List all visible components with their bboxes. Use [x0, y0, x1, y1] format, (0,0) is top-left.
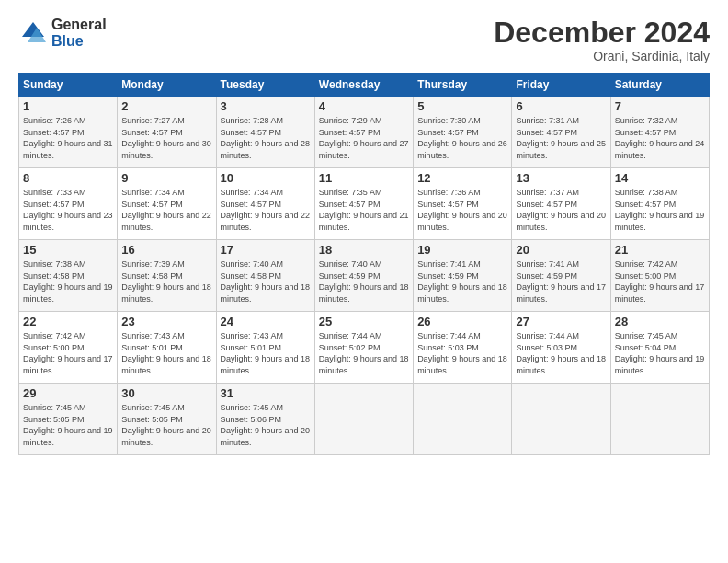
calendar-cell: 13Sunrise: 7:37 AMSunset: 4:57 PMDayligh… [512, 168, 610, 240]
calendar-cell: 23Sunrise: 7:43 AMSunset: 5:01 PMDayligh… [118, 312, 216, 384]
calendar-week-2: 8Sunrise: 7:33 AMSunset: 4:57 PMDaylight… [19, 168, 710, 240]
calendar-cell: 31Sunrise: 7:45 AMSunset: 5:06 PMDayligh… [216, 384, 314, 455]
calendar-cell [512, 384, 610, 455]
calendar-cell: 9Sunrise: 7:34 AMSunset: 4:57 PMDaylight… [118, 168, 216, 240]
logo-general-text: General [51, 17, 107, 33]
header: General Blue December 2024 Orani, Sardin… [18, 17, 710, 63]
calendar-cell: 22Sunrise: 7:42 AMSunset: 5:00 PMDayligh… [19, 312, 118, 384]
calendar-week-1: 1Sunrise: 7:26 AMSunset: 4:57 PMDaylight… [19, 97, 710, 168]
calendar-cell: 1Sunrise: 7:26 AMSunset: 4:57 PMDaylight… [19, 97, 118, 168]
month-title: December 2024 [494, 17, 710, 49]
calendar-cell: 30Sunrise: 7:45 AMSunset: 5:05 PMDayligh… [118, 384, 216, 455]
calendar-cell: 25Sunrise: 7:44 AMSunset: 5:02 PMDayligh… [314, 312, 413, 384]
calendar-cell: 29Sunrise: 7:45 AMSunset: 5:05 PMDayligh… [19, 384, 118, 455]
calendar-cell: 15Sunrise: 7:38 AMSunset: 4:58 PMDayligh… [19, 240, 118, 312]
calendar-cell: 12Sunrise: 7:36 AMSunset: 4:57 PMDayligh… [414, 168, 512, 240]
calendar-cell: 27Sunrise: 7:44 AMSunset: 5:03 PMDayligh… [512, 312, 610, 384]
calendar-cell [414, 384, 512, 455]
calendar-week-5: 29Sunrise: 7:45 AMSunset: 5:05 PMDayligh… [19, 384, 710, 455]
calendar-cell: 11Sunrise: 7:35 AMSunset: 4:57 PMDayligh… [314, 168, 413, 240]
calendar-cell: 20Sunrise: 7:41 AMSunset: 4:59 PMDayligh… [512, 240, 610, 312]
calendar-cell: 16Sunrise: 7:39 AMSunset: 4:58 PMDayligh… [118, 240, 216, 312]
col-monday: Monday [118, 74, 216, 97]
calendar-cell [610, 384, 709, 455]
col-friday: Friday [512, 74, 610, 97]
calendar-body: 1Sunrise: 7:26 AMSunset: 4:57 PMDaylight… [19, 97, 710, 455]
title-block: December 2024 Orani, Sardinia, Italy [494, 17, 710, 63]
calendar-cell: 5Sunrise: 7:30 AMSunset: 4:57 PMDaylight… [414, 97, 512, 168]
location: Orani, Sardinia, Italy [494, 49, 710, 63]
calendar-table: Sunday Monday Tuesday Wednesday Thursday… [18, 73, 710, 455]
calendar-cell: 8Sunrise: 7:33 AMSunset: 4:57 PMDaylight… [19, 168, 118, 240]
logo-blue-text: Blue [51, 33, 107, 50]
calendar-cell: 28Sunrise: 7:45 AMSunset: 5:04 PMDayligh… [610, 312, 709, 384]
calendar-week-4: 22Sunrise: 7:42 AMSunset: 5:00 PMDayligh… [19, 312, 710, 384]
calendar-cell: 6Sunrise: 7:31 AMSunset: 4:57 PMDaylight… [512, 97, 610, 168]
header-row: Sunday Monday Tuesday Wednesday Thursday… [19, 74, 710, 97]
calendar-cell: 19Sunrise: 7:41 AMSunset: 4:59 PMDayligh… [414, 240, 512, 312]
calendar-cell [314, 384, 413, 455]
page: General Blue December 2024 Orani, Sardin… [0, 0, 728, 563]
logo-icon [18, 18, 48, 48]
calendar-week-3: 15Sunrise: 7:38 AMSunset: 4:58 PMDayligh… [19, 240, 710, 312]
logo: General Blue [18, 17, 107, 49]
col-sunday: Sunday [19, 74, 118, 97]
calendar-cell: 18Sunrise: 7:40 AMSunset: 4:59 PMDayligh… [314, 240, 413, 312]
calendar-cell: 4Sunrise: 7:29 AMSunset: 4:57 PMDaylight… [314, 97, 413, 168]
calendar-cell: 7Sunrise: 7:32 AMSunset: 4:57 PMDaylight… [610, 97, 709, 168]
calendar-cell: 14Sunrise: 7:38 AMSunset: 4:57 PMDayligh… [610, 168, 709, 240]
calendar-cell: 26Sunrise: 7:44 AMSunset: 5:03 PMDayligh… [414, 312, 512, 384]
col-thursday: Thursday [414, 74, 512, 97]
calendar-cell: 3Sunrise: 7:28 AMSunset: 4:57 PMDaylight… [216, 97, 314, 168]
calendar-cell: 2Sunrise: 7:27 AMSunset: 4:57 PMDaylight… [118, 97, 216, 168]
calendar-cell: 21Sunrise: 7:42 AMSunset: 5:00 PMDayligh… [610, 240, 709, 312]
calendar-cell: 17Sunrise: 7:40 AMSunset: 4:58 PMDayligh… [216, 240, 314, 312]
col-wednesday: Wednesday [314, 74, 413, 97]
col-saturday: Saturday [610, 74, 709, 97]
calendar-cell: 24Sunrise: 7:43 AMSunset: 5:01 PMDayligh… [216, 312, 314, 384]
col-tuesday: Tuesday [216, 74, 314, 97]
logo-text: General Blue [51, 17, 107, 49]
calendar-cell: 10Sunrise: 7:34 AMSunset: 4:57 PMDayligh… [216, 168, 314, 240]
